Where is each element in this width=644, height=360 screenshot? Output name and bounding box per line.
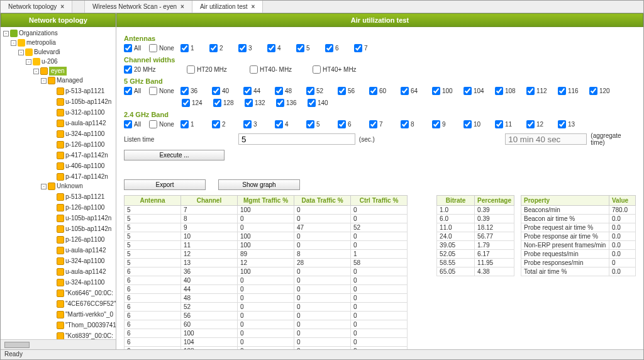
column-header[interactable]: Data Traffic % [294, 196, 351, 206]
tree-item[interactable]: u-406-ap1100 [48, 162, 104, 171]
checkbox-100[interactable]: 100 [432, 87, 464, 95]
tree-item[interactable]: -Unknown [41, 182, 83, 191]
checkbox-2[interactable]: 2 [209, 44, 238, 52]
checkbox-input[interactable] [124, 44, 132, 52]
checkbox-7[interactable]: 7 [354, 44, 383, 52]
column-header[interactable]: Ctrl Traffic % [351, 196, 408, 206]
checkbox-input[interactable] [149, 87, 157, 95]
property-table[interactable]: PropertyValueBeacons/min780.0Beacon air … [521, 195, 636, 276]
checkbox-input[interactable] [308, 99, 316, 107]
table-row[interactable]: 5904752 [125, 223, 408, 232]
checkbox-36[interactable]: 36 [180, 87, 212, 95]
checkbox-input[interactable] [369, 120, 377, 128]
listen-input[interactable] [238, 133, 355, 145]
checkbox-input[interactable] [124, 87, 132, 95]
tab-network-topology[interactable]: Network topology × [1, 1, 72, 13]
checkbox-input[interactable] [558, 120, 566, 128]
column-header[interactable]: Value [609, 196, 636, 206]
tree-item[interactable]: -metropolia [11, 38, 56, 47]
checkbox-input[interactable] [354, 44, 362, 52]
traffic-table[interactable]: AntennaChannelMgmt Traffic %Data Traffic… [124, 195, 408, 349]
checkbox-104[interactable]: 104 [464, 87, 495, 95]
checkbox-9[interactable]: 9 [432, 120, 464, 128]
checkbox-6[interactable]: 6 [325, 44, 354, 52]
execute-button[interactable]: Execute ... [124, 150, 225, 160]
column-header[interactable]: Antenna [125, 196, 181, 206]
checkbox-140[interactable]: 140 [308, 99, 339, 107]
tree-item[interactable]: p-417-ap1142n [48, 172, 108, 181]
tree-item[interactable]: p-513-ap1121 [48, 193, 104, 201]
close-icon[interactable]: × [180, 3, 184, 10]
checkbox-5[interactable]: 5 [306, 120, 338, 128]
checkbox-input[interactable] [432, 120, 440, 128]
checkbox-1[interactable]: 1 [180, 120, 212, 128]
checkbox-input[interactable] [180, 44, 189, 52]
table-row[interactable]: 39.051.79 [437, 241, 514, 250]
checkbox-40[interactable]: 40 [212, 87, 243, 95]
checkbox-44[interactable]: 44 [243, 87, 275, 95]
table-row[interactable]: Beacons/min780.0 [521, 206, 636, 215]
checkbox-input[interactable] [313, 65, 321, 74]
checkbox-input[interactable] [495, 87, 503, 95]
table-row[interactable]: 63610000 [125, 267, 408, 276]
tab-wireless-scan[interactable]: Wireless Network Scan - eyen × [85, 1, 192, 13]
checkbox-input[interactable] [182, 99, 190, 107]
tree-item[interactable]: u-312-ap1100 [48, 108, 104, 117]
tree-toggle-icon[interactable]: - [41, 78, 47, 84]
checkbox-none[interactable]: None [149, 87, 180, 95]
table-row[interactable]: Probe request air time %0.0 [521, 223, 636, 232]
close-icon[interactable]: × [251, 3, 255, 10]
checkbox-input[interactable] [180, 120, 189, 128]
tree-item[interactable]: -eyen [33, 67, 67, 76]
checkbox-11[interactable]: 11 [495, 120, 526, 128]
tree-item[interactable]: p-417-ap1142n [48, 151, 108, 160]
checkbox-ht40- mhz[interactable]: HT40- MHz [250, 65, 313, 74]
checkbox-60[interactable]: 60 [369, 87, 401, 95]
bitrate-table[interactable]: BitratePercentage1.00.396.00.3911.018.12… [436, 195, 514, 276]
checkbox-13[interactable]: 13 [558, 120, 589, 128]
table-row[interactable]: Beacon air time %0.0 [521, 215, 636, 223]
tree-item[interactable]: -Managed [41, 76, 83, 85]
tree-item[interactable]: u-324-ap1100 [48, 257, 104, 266]
tree-item[interactable]: "4CE676CC9F52" [48, 300, 116, 308]
checkbox-input[interactable] [526, 120, 535, 128]
checkbox-input[interactable] [250, 65, 258, 74]
checkbox-input[interactable] [306, 87, 314, 95]
table-row[interactable]: 640000 [125, 276, 408, 285]
checkbox-input[interactable] [245, 99, 253, 107]
tree-item[interactable]: u-324-ap1100 [48, 278, 104, 287]
table-row[interactable]: 1.00.39 [437, 206, 514, 215]
table-row[interactable]: Non-ERP present frames/min0.0 [521, 241, 636, 250]
table-row[interactable]: Total air time %0.0 [521, 267, 636, 276]
checkbox-input[interactable] [495, 120, 503, 128]
table-row[interactable]: 51010000 [125, 232, 408, 241]
tree-item[interactable]: p-126-ap1100 [48, 235, 104, 244]
tree-item[interactable]: u-324-ap1100 [48, 130, 104, 138]
checkbox-input[interactable] [243, 120, 252, 128]
checkbox-input[interactable] [213, 99, 221, 107]
checkbox-input[interactable] [149, 44, 157, 52]
checkbox-12[interactable]: 12 [526, 120, 558, 128]
checkbox-ht40+ mhz[interactable]: HT40+ MHz [313, 65, 375, 74]
tree-item[interactable]: p-126-ap1100 [48, 203, 104, 212]
tree-item[interactable]: -u-206 [26, 57, 58, 66]
checkbox-input[interactable] [306, 120, 314, 128]
tree-toggle-icon[interactable]: - [41, 184, 47, 189]
column-header[interactable]: Mgmt Traffic % [238, 196, 294, 206]
table-row[interactable]: 65.054.38 [437, 267, 514, 276]
checkbox-all[interactable]: All [124, 87, 149, 95]
tree-item[interactable]: u-105b-ap1142n [48, 98, 111, 106]
checkbox-1[interactable]: 1 [180, 44, 209, 52]
tree-toggle-icon[interactable]: - [3, 31, 9, 37]
checkbox-input[interactable] [124, 120, 132, 128]
tree-toggle-icon[interactable]: - [33, 69, 39, 74]
close-icon[interactable]: × [60, 3, 64, 10]
checkbox-input[interactable] [325, 44, 333, 52]
checkbox-input[interactable] [187, 65, 195, 74]
checkbox-48[interactable]: 48 [275, 87, 306, 95]
checkbox-input[interactable] [432, 87, 440, 95]
checkbox-10[interactable]: 10 [464, 120, 495, 128]
checkbox-input[interactable] [296, 44, 304, 52]
checkbox-4[interactable]: 4 [267, 44, 296, 52]
checkbox-108[interactable]: 108 [495, 87, 526, 95]
